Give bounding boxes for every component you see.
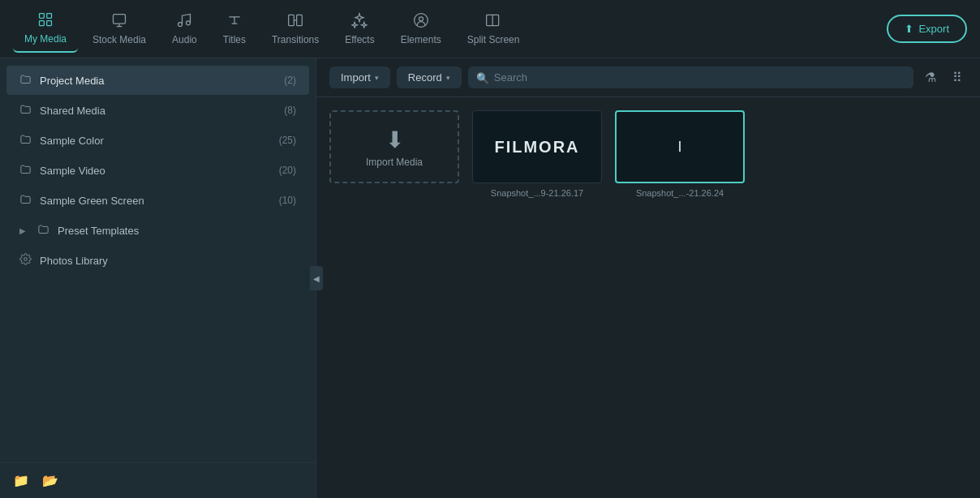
snapshot2-text: I (677, 139, 681, 156)
effects-icon (351, 12, 368, 31)
nav-item-effects[interactable]: Effects (333, 6, 385, 52)
record-button[interactable]: Record ▾ (397, 67, 462, 88)
svg-rect-0 (40, 14, 45, 19)
search-wrapper: 🔍 (468, 67, 913, 88)
filter-icon: ⚗ (925, 71, 936, 84)
nav-item-transitions[interactable]: Transitions (260, 6, 330, 52)
sidebar-item-shared-media[interactable]: Shared Media (8) (6, 96, 309, 125)
sidebar-item-label: Photos Library (40, 255, 296, 267)
sidebar-item-sample-video[interactable]: Sample Video (20) (6, 156, 309, 185)
top-nav: My Media Stock Media Audio Titles Transi… (0, 0, 980, 58)
folder-icon (37, 223, 49, 238)
nav-item-split-screen[interactable]: Split Screen (456, 6, 531, 52)
transitions-icon (287, 12, 303, 31)
nav-item-label: Audio (172, 34, 197, 45)
folder-icon (19, 163, 32, 178)
grid-icon: ⠿ (952, 71, 962, 84)
export-icon: ⬆ (905, 23, 913, 35)
audio-icon (176, 12, 192, 31)
sidebar-item-label: Sample Color (40, 135, 271, 147)
snapshot2-filename: Snapshot_...-21.26.24 (636, 188, 724, 198)
import-label: Import (341, 71, 371, 84)
sidebar: Project Media (2) Shared Media (8) Sampl… (0, 58, 316, 498)
snapshot1-filename: Snapshot_...9-21.26.17 (491, 188, 583, 198)
sidebar-item-count: (10) (279, 195, 296, 206)
sidebar-item-label: Sample Video (40, 165, 271, 177)
snapshot2-thumb: I (615, 110, 745, 183)
media-item-snapshot2[interactable]: I Snapshot_...-21.26.24 (615, 110, 745, 198)
import-folder-icon[interactable]: 📂 (42, 473, 58, 488)
svg-rect-1 (47, 14, 52, 19)
import-upload-icon: ⬇ (366, 127, 423, 153)
titles-icon (226, 12, 243, 31)
record-dropdown-arrow: ▾ (446, 74, 450, 82)
export-label: Export (918, 23, 949, 35)
svg-point-9 (414, 14, 428, 28)
nav-item-label: Transitions (272, 34, 319, 45)
nav-item-label: Titles (223, 34, 246, 45)
svg-point-5 (178, 23, 183, 27)
svg-rect-4 (114, 15, 126, 24)
main-content: Project Media (2) Shared Media (8) Sampl… (0, 58, 980, 498)
nav-item-label: Stock Media (92, 34, 146, 45)
folder-icon (19, 73, 32, 88)
record-label: Record (408, 71, 442, 84)
sidebar-item-label: Project Media (40, 75, 276, 87)
nav-item-titles[interactable]: Titles (212, 6, 257, 52)
media-item-snapshot1[interactable]: FILMORA Snapshot_...9-21.26.17 (472, 110, 602, 198)
nav-item-label: Elements (401, 34, 441, 45)
gear-icon (19, 253, 32, 268)
chevron-icon: ▶ (19, 226, 26, 235)
sidebar-item-count: (20) (279, 165, 296, 176)
folder-icon (19, 193, 32, 208)
nav-item-my-media[interactable]: My Media (13, 5, 78, 53)
new-folder-icon[interactable]: 📁 (13, 473, 29, 488)
sidebar-items: Project Media (2) Shared Media (8) Sampl… (0, 58, 316, 462)
filmora-text: FILMORA (494, 138, 579, 157)
sidebar-item-label: Shared Media (40, 105, 276, 117)
sidebar-item-sample-color[interactable]: Sample Color (25) (6, 126, 309, 155)
svg-rect-8 (297, 15, 303, 25)
nav-item-audio[interactable]: Audio (161, 6, 208, 52)
media-item-import[interactable]: ⬇ Import Media (329, 110, 459, 198)
search-input[interactable] (468, 67, 913, 88)
import-thumb: ⬇ Import Media (329, 110, 459, 183)
sidebar-item-sample-green-screen[interactable]: Sample Green Screen (10) (6, 186, 309, 215)
svg-rect-2 (40, 21, 45, 26)
sidebar-footer: 📁 📂 (0, 462, 316, 498)
sidebar-item-preset-templates[interactable]: ▶ Preset Templates (6, 216, 309, 245)
sidebar-item-label: Preset Templates (58, 225, 296, 237)
svg-point-10 (419, 17, 423, 21)
sidebar-item-count: (2) (284, 75, 296, 86)
nav-item-label: Split Screen (467, 34, 520, 45)
split-screen-icon (485, 12, 501, 31)
nav-item-label: My Media (24, 33, 67, 45)
my-media-icon (37, 11, 54, 30)
nav-item-stock-media[interactable]: Stock Media (81, 6, 157, 52)
svg-point-6 (187, 21, 191, 25)
elements-icon (413, 12, 429, 31)
filter-button[interactable]: ⚗ (920, 67, 941, 88)
media-grid: ⬇ Import Media FILMORA Snapshot_...9-21.… (316, 97, 980, 498)
import-dropdown-arrow: ▾ (375, 74, 379, 82)
nav-items: My Media Stock Media Audio Titles Transi… (13, 5, 887, 53)
sidebar-item-count: (25) (279, 135, 296, 146)
grid-view-button[interactable]: ⠿ (948, 67, 967, 88)
import-media-label: Import Media (366, 157, 423, 168)
nav-item-elements[interactable]: Elements (389, 6, 453, 52)
import-button[interactable]: Import ▾ (329, 67, 390, 88)
export-button[interactable]: ⬆ Export (887, 15, 967, 43)
collapse-arrow[interactable]: ◀ (310, 266, 323, 290)
svg-point-13 (24, 258, 28, 261)
svg-rect-7 (289, 15, 294, 25)
folder-icon (19, 103, 32, 118)
snapshot1-thumb: FILMORA (472, 110, 602, 183)
sidebar-item-label: Sample Green Screen (40, 195, 271, 207)
nav-item-label: Effects (345, 34, 374, 45)
sidebar-item-photos-library[interactable]: Photos Library (6, 246, 309, 275)
sidebar-item-project-media[interactable]: Project Media (2) (6, 66, 309, 95)
sidebar-item-count: (8) (284, 105, 296, 116)
svg-rect-3 (47, 21, 52, 26)
stock-media-icon (111, 12, 127, 31)
media-toolbar: Import ▾ Record ▾ 🔍 ⚗ ⠿ (316, 58, 980, 97)
